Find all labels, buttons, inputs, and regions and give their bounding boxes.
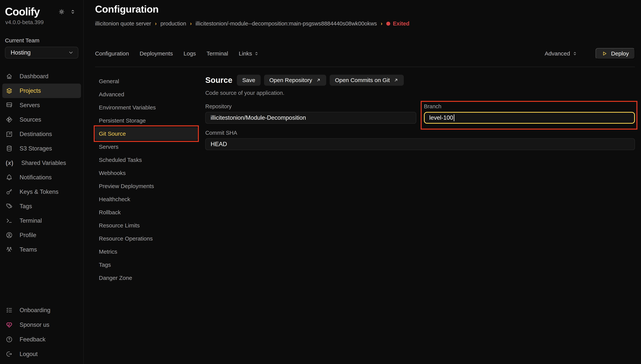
bell-icon <box>6 174 13 181</box>
tab-links[interactable]: Links <box>239 50 259 57</box>
breadcrumb-project[interactable]: illicitonion quote server <box>95 20 151 27</box>
map-icon <box>6 130 13 138</box>
git-source-panel: Source Save Open Repository Open Commits… <box>205 75 635 150</box>
branch-label: Branch <box>424 103 635 110</box>
git-source-icon <box>6 116 13 123</box>
subnav-item-resource-limits[interactable]: Resource Limits <box>95 219 198 232</box>
subnav-item-tags[interactable]: Tags <box>95 258 198 271</box>
sidebar-item-shared-variables[interactable]: (x) Shared Variables <box>2 156 81 170</box>
sidebar-item-servers[interactable]: Servers <box>2 98 81 112</box>
sidebar: Coolify v4.0.0-beta.399 Current Team Hos… <box>0 0 84 364</box>
subnav-item-healthcheck[interactable]: Healthcheck <box>95 193 198 206</box>
subnav-item-persistent-storage[interactable]: Persistent Storage <box>95 114 198 127</box>
subnav-item-scheduled-tasks[interactable]: Scheduled Tasks <box>95 153 198 166</box>
database-icon <box>6 145 13 152</box>
tab-configuration[interactable]: Configuration <box>95 50 129 57</box>
external-link-icon <box>316 78 321 83</box>
sidebar-nav: Dashboard Projects Servers Sources Desti… <box>0 69 83 257</box>
key-icon <box>6 188 13 195</box>
current-team-label: Current Team <box>5 37 83 44</box>
sidebar-item-dashboard[interactable]: Dashboard <box>2 69 81 84</box>
configuration-subnav: General Advanced Environment Variables P… <box>95 75 198 284</box>
repository-label: Repository <box>205 103 416 110</box>
subnav-item-danger-zone[interactable]: Danger Zone <box>95 271 198 284</box>
terminal-icon <box>6 217 13 224</box>
sidebar-item-logout[interactable]: Logout <box>2 347 81 361</box>
chevron-right-icon: › <box>155 21 157 26</box>
sidebar-item-keys-tokens[interactable]: Keys & Tokens <box>2 185 81 199</box>
branch-input[interactable]: level-100 <box>424 112 635 124</box>
breadcrumb-resource[interactable]: illicitestonion/-module--decomposition:m… <box>195 20 377 27</box>
selector-icon <box>254 51 259 56</box>
subnav-item-environment-variables[interactable]: Environment Variables <box>95 101 198 114</box>
users-group-icon <box>6 246 13 253</box>
divider <box>95 67 635 67</box>
team-select[interactable]: Hosting <box>5 47 78 58</box>
sidebar-item-terminal[interactable]: Terminal <box>2 214 81 228</box>
branch-field: Branch level-100 <box>424 103 635 124</box>
subnav-item-advanced[interactable]: Advanced <box>95 88 198 101</box>
subnav-item-metrics[interactable]: Metrics <box>95 245 198 258</box>
subnav-item-webhooks[interactable]: Webhooks <box>95 166 198 180</box>
play-icon <box>602 51 607 56</box>
chevron-right-icon: › <box>381 21 382 26</box>
variables-icon: (x) <box>6 160 15 166</box>
subnav-item-preview-deployments[interactable]: Preview Deployments <box>95 180 198 193</box>
chevron-down-icon <box>68 50 74 56</box>
advanced-dropdown[interactable]: Advanced <box>545 50 577 57</box>
tabs-row: Configuration Deployments Logs Terminal … <box>95 48 635 59</box>
breadcrumb-environment[interactable]: production <box>161 20 186 27</box>
commit-sha-field: Commit SHA HEAD <box>205 130 635 150</box>
tab-deployments[interactable]: Deployments <box>140 50 173 57</box>
sidebar-item-profile[interactable]: Profile <box>2 228 81 242</box>
heart-icon <box>6 321 13 328</box>
open-commits-button[interactable]: Open Commits on Git <box>330 75 404 86</box>
checklist-icon <box>6 307 13 314</box>
team-select-value: Hosting <box>11 49 31 56</box>
main-content: Configuration illicitonion quote server … <box>84 0 641 364</box>
commit-sha-label: Commit SHA <box>205 130 635 136</box>
app-version: v4.0.0-beta.399 <box>5 19 83 26</box>
collapse-selector-icon[interactable] <box>70 9 76 15</box>
sidebar-item-feedback[interactable]: Feedback <box>2 332 81 347</box>
theme-sun-icon[interactable] <box>58 8 65 15</box>
deploy-button[interactable]: Deploy <box>595 48 635 59</box>
sidebar-item-projects[interactable]: Projects <box>2 84 81 98</box>
tab-terminal[interactable]: Terminal <box>207 50 228 57</box>
selector-icon <box>572 51 577 56</box>
help-circle-icon <box>6 336 13 343</box>
subnav-item-servers[interactable]: Servers <box>95 140 198 153</box>
sidebar-item-s3-storages[interactable]: S3 Storages <box>2 141 81 156</box>
sidebar-item-teams[interactable]: Teams <box>2 242 81 257</box>
sidebar-item-destinations[interactable]: Destinations <box>2 127 81 141</box>
section-title: Source <box>205 76 232 85</box>
breadcrumb: illicitonion quote server › production ›… <box>95 20 635 27</box>
sidebar-item-sponsor[interactable]: Sponsor us <box>2 318 81 332</box>
layers-icon <box>6 87 13 94</box>
sidebar-item-sources[interactable]: Sources <box>2 112 81 127</box>
subnav-item-general[interactable]: General <box>95 75 198 88</box>
text-caret <box>454 114 454 121</box>
sidebar-item-notifications[interactable]: Notifications <box>2 170 81 185</box>
subnav-item-rollback[interactable]: Rollback <box>95 206 198 219</box>
logout-icon <box>6 350 13 358</box>
chevron-right-icon: › <box>190 21 192 26</box>
repository-input[interactable]: illicitestonion/Module-Decomposition <box>205 112 416 124</box>
status-badge: Exited <box>386 20 409 27</box>
sidebar-footer: Onboarding Sponsor us Feedback Logout <box>0 303 83 361</box>
sidebar-item-onboarding[interactable]: Onboarding <box>2 303 81 318</box>
status-text: Exited <box>393 20 409 27</box>
server-icon <box>6 102 13 109</box>
section-description: Code source of your application. <box>205 90 635 96</box>
user-circle-icon <box>6 232 13 238</box>
subnav-item-resource-operations[interactable]: Resource Operations <box>95 232 198 245</box>
home-icon <box>6 73 13 80</box>
page-title: Configuration <box>95 4 635 15</box>
tab-logs[interactable]: Logs <box>184 50 196 57</box>
save-button[interactable]: Save <box>237 75 260 86</box>
repository-field: Repository illicitestonion/Module-Decomp… <box>205 103 416 124</box>
subnav-item-git-source[interactable]: Git Source <box>95 127 198 140</box>
sidebar-item-tags[interactable]: Tags <box>2 199 81 214</box>
open-repository-button[interactable]: Open Repository <box>264 75 326 86</box>
commit-sha-input[interactable]: HEAD <box>205 138 635 150</box>
